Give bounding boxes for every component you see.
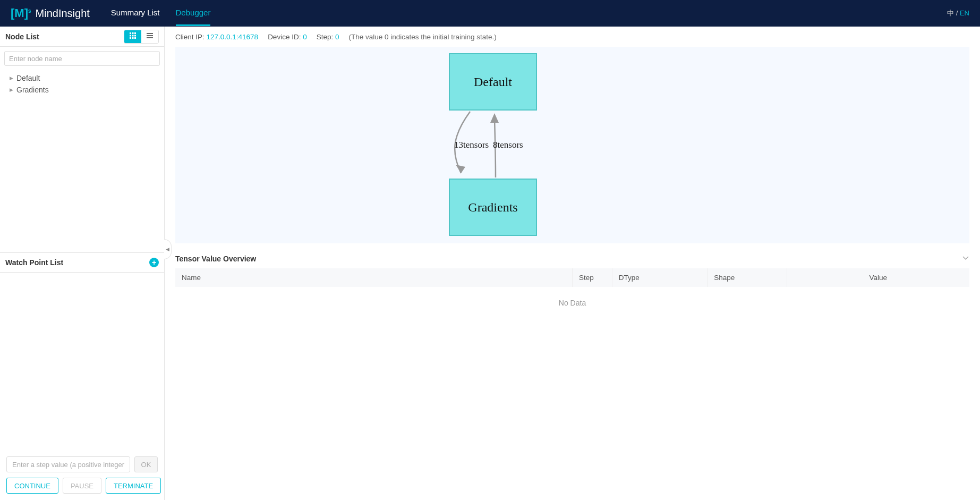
svg-rect-5	[134, 35, 136, 37]
tree-item-label: Default	[16, 74, 40, 82]
svg-rect-2	[134, 32, 136, 34]
col-value: Value	[787, 268, 969, 287]
node-search-input[interactable]	[4, 51, 160, 66]
device-id-value: 0	[303, 33, 307, 41]
tab-debugger[interactable]: Debugger	[176, 1, 211, 26]
client-ip-label: Client IP:	[175, 33, 207, 41]
watchpoint-body	[0, 273, 164, 451]
svg-rect-4	[132, 35, 134, 37]
watchpoint-title: Watch Point List	[5, 258, 149, 267]
content: Client IP: 127.0.0.1:41678 Device ID: 0 …	[165, 27, 980, 500]
language-switch: 中 / EN	[947, 9, 969, 18]
caret-right-icon: ▶	[10, 75, 13, 81]
logo-text: MindInsight	[36, 7, 90, 20]
watchpoint-header: Watch Point List +	[0, 252, 164, 273]
edge-label-left: 13tensors	[454, 140, 489, 150]
svg-rect-7	[132, 37, 134, 39]
list-icon	[147, 32, 153, 40]
svg-rect-3	[130, 35, 131, 37]
tensor-section: Tensor Value Overview Name Step DType Sh…	[165, 249, 980, 324]
tensor-table: Name Step DType Shape Value	[175, 268, 969, 287]
arrow-head-icon	[490, 113, 499, 123]
caret-right-icon: ▶	[10, 87, 13, 92]
tensor-title: Tensor Value Overview	[175, 255, 962, 263]
svg-rect-6	[130, 37, 131, 39]
arrow-head-icon	[456, 165, 465, 173]
svg-rect-11	[147, 37, 153, 38]
node-list-title: Node List	[5, 32, 124, 41]
svg-rect-1	[132, 32, 134, 34]
device-id: Device ID: 0	[268, 33, 307, 41]
svg-rect-0	[130, 32, 131, 34]
node-search	[0, 47, 164, 70]
no-data-message: No Data	[175, 287, 969, 319]
view-grid-button[interactable]	[124, 30, 141, 43]
lang-zh[interactable]: 中	[947, 9, 954, 17]
table-header-row: Name Step DType Shape Value	[175, 268, 969, 287]
node-list-header: Node List	[0, 27, 164, 47]
step-value: 0	[335, 33, 339, 41]
tensor-header: Tensor Value Overview	[175, 254, 969, 263]
sidebar-footer: OK CONTINUE PAUSE TERMINATE	[0, 450, 164, 500]
device-id-label: Device ID:	[268, 33, 303, 41]
tree-item-gradients[interactable]: ▶ Gradients	[0, 84, 164, 96]
chevron-down-icon	[962, 255, 969, 263]
sidebar: Node List ▶ Default	[0, 27, 165, 500]
client-ip-value: 127.0.0.1:41678	[207, 33, 259, 41]
col-name: Name	[175, 268, 573, 287]
lang-sep: /	[956, 9, 958, 17]
col-step: Step	[573, 268, 612, 287]
tree-item-default[interactable]: ▶ Default	[0, 72, 164, 84]
col-dtype: DType	[612, 268, 707, 287]
tree-item-label: Gradients	[16, 86, 49, 94]
svg-rect-8	[134, 37, 136, 39]
step-label: Step:	[317, 33, 335, 41]
logo-icon: [M]s	[11, 6, 31, 20]
svg-rect-10	[147, 35, 153, 36]
view-toggle	[124, 30, 159, 44]
lang-en[interactable]: EN	[960, 9, 969, 17]
step-input[interactable]	[6, 456, 130, 472]
terminate-button[interactable]: TERMINATE	[106, 478, 161, 494]
pause-button[interactable]: PAUSE	[63, 478, 101, 494]
step-ok-button[interactable]: OK	[134, 456, 158, 472]
col-shape: Shape	[708, 268, 787, 287]
app-header: [M]s MindInsight Summary List Debugger 中…	[0, 0, 980, 27]
client-ip: Client IP: 127.0.0.1:41678	[175, 33, 258, 41]
graph-edges: 13tensors 8tensors	[175, 47, 969, 243]
step-hint: (The value 0 indicates the initial train…	[348, 33, 496, 41]
step: Step: 0	[317, 33, 339, 41]
info-bar: Client IP: 127.0.0.1:41678 Device ID: 0 …	[165, 27, 980, 47]
graph-canvas[interactable]: Default Gradients 13tensors 8tensors	[175, 47, 969, 243]
chevron-left-icon: ◀	[166, 247, 169, 252]
view-list-button[interactable]	[141, 30, 158, 43]
edge-label-right: 8tensors	[493, 140, 523, 150]
logo: [M]s MindInsight	[11, 6, 90, 20]
svg-rect-9	[147, 33, 153, 34]
plus-icon: +	[152, 258, 156, 267]
add-watchpoint-button[interactable]: +	[149, 258, 159, 267]
tab-summary-list[interactable]: Summary List	[111, 1, 160, 26]
node-tree: ▶ Default ▶ Gradients	[0, 70, 164, 252]
nav-tabs: Summary List Debugger	[111, 1, 211, 26]
continue-button[interactable]: CONTINUE	[6, 478, 58, 494]
tensor-collapse-button[interactable]	[962, 254, 969, 263]
grid-icon	[130, 32, 136, 40]
